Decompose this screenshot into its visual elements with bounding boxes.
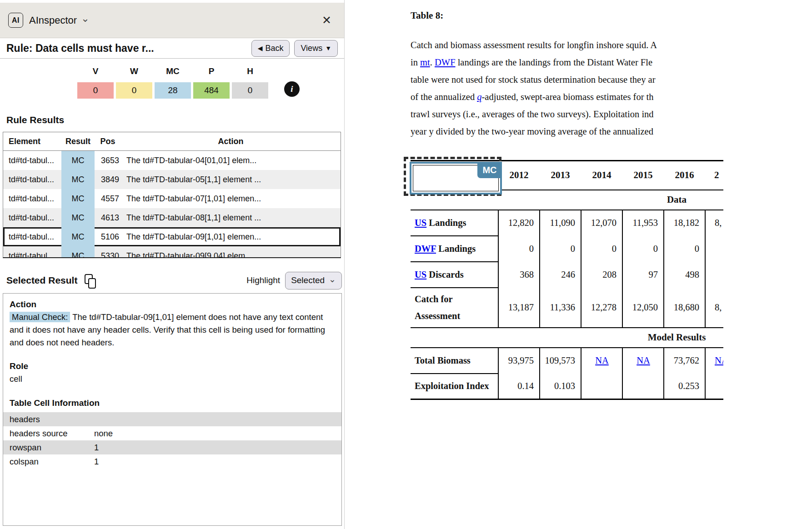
assessment-table-wrap: 201220132014201520162DataUS Landings12,8… [411,160,723,400]
year-header-cell: 2013 [540,161,581,190]
row-element: td#td-tabul... [3,151,61,170]
app-title: AInspector [29,15,77,26]
cell-info-row: headers sourcenone [3,426,341,440]
doc-text: of the annualized [411,92,477,102]
document-content: Table 8: Catch and biomass assessment re… [411,0,723,529]
cell-info-label: rowspan [10,440,94,454]
row-pos: 5106 [95,227,121,246]
row-pos: 5330 [95,246,121,258]
doc-link[interactable]: US [415,218,426,228]
doc-text: . [430,57,435,67]
document-pane: Table 8: Catch and biomass assessment re… [345,0,812,529]
doc-text: year y divided by the two-year moving av… [411,126,653,136]
doc-text: Exploitation Index [415,381,489,391]
doc-text: Catch and biomass assessment results for… [411,40,657,50]
paragraph-line: in mt. DWF landings are the landings fro… [411,54,723,71]
selected-result-details: Action Manual Check: The td#TD-tabular-0… [3,293,342,526]
value-cell: 498 [664,262,705,288]
table-row: DWF Landings00000 [411,236,723,262]
table-row[interactable]: td#td-tabul...MC4557The td#TD-tabular-07… [3,189,341,208]
row-pos: 3653 [95,151,121,170]
year-header-cell: 2014 [581,161,622,190]
cell-info-value: 1 [94,440,99,454]
back-button-label: Back [265,44,283,53]
copy-icon[interactable] [84,274,96,289]
chevron-down-icon[interactable]: ⌄ [81,13,89,25]
section-label-spacer [411,328,498,348]
summary-label: MC [155,66,191,78]
row-action: The td#TD-tabular-04[01,01] elem... [121,151,341,170]
table-row[interactable]: td#td-tabul...MC4613The td#TD-tabular-08… [3,208,341,227]
cell-info-value: 1 [94,454,99,469]
doc-link[interactable]: NA [595,355,609,365]
table-row[interactable]: td#td-tabul...MC5330The td#TD-tabular-09… [3,246,341,258]
col-header-result: Result [61,137,95,146]
highlight-select[interactable]: Selected ⌄ [285,272,342,289]
row-element: td#td-tabul... [3,246,61,258]
app-header: AI AInspector ⌄ ✕ [0,3,344,38]
selected-result-row: Selected Result Highlight Selected ⌄ [6,271,342,289]
table-row[interactable]: td#td-tabul...MC5106The td#TD-tabular-09… [3,227,341,246]
cell-info-list: headersheaders sourcenonerowspan1colspan… [3,412,341,469]
doc-text: in [411,57,420,67]
views-button[interactable]: Views ▼ [294,40,338,57]
action-text: Manual Check: The td#TD-tabular-09[1,01]… [10,311,335,349]
table-row[interactable]: td#td-tabul...MC3653The td#TD-tabular-04… [3,151,341,170]
cell-info-row: colspan1 [3,454,341,469]
doc-link[interactable]: DWF [435,57,456,67]
copy-icon-front [88,278,96,289]
section-header-cell: Model Results [498,328,723,348]
rule-results-header-row: Element Result Pos Action [3,132,341,151]
doc-link[interactable]: US [415,269,426,279]
doc-text: landings are the landings from the Dista… [456,57,653,67]
row-element: td#td-tabul... [3,208,61,227]
table-row: Catch for Assessment13,18711,33612,27812… [411,288,723,328]
rule-results-table: Element Result Pos Action td#td-tabul...… [3,132,341,258]
summary-value: 0 [116,82,152,99]
close-icon[interactable]: ✕ [322,14,331,27]
doc-link[interactable]: DWF [415,244,436,254]
action-heading: Action [10,298,335,311]
value-cell: 208 [581,262,622,288]
col-header-pos: Pos [95,137,121,146]
paragraph-line: trawl surveys (i.e., averages of the two… [411,105,723,123]
back-arrow-icon: ◀ [258,45,263,52]
value-cell: 12,820 [498,210,540,236]
assessment-table: 201220132014201520162DataUS Landings12,8… [411,160,723,400]
doc-link[interactable]: q [477,92,481,102]
value-cell [705,374,723,399]
doc-link[interactable]: NA [715,355,723,365]
row-label-cell: US Discards [411,262,498,288]
back-button[interactable]: ◀ Back [251,40,290,57]
rule-results-heading: Rule Results [6,115,64,125]
value-cell [705,262,723,288]
info-icon[interactable]: i [284,81,300,97]
value-cell: 97 [622,262,664,288]
table-row[interactable]: td#td-tabul...MC3849The td#TD-tabular-05… [3,170,341,189]
row-action: The td#TD-tabular-09[9,04] elem... [121,246,341,258]
value-cell: 0 [581,236,622,262]
ainspector-panel: AI AInspector ⌄ ✕ Rule: Data cells must … [0,0,345,529]
year-header-cell: 2 [705,161,723,190]
summary-value: 0 [77,82,114,99]
table-row: Total Biomass93,975109,573NANA73,762NA [411,348,723,374]
summary-v: V0 [77,66,114,99]
mc-result-badge: MC [477,162,502,178]
row-element: td#td-tabul... [3,189,61,208]
dropdown-triangle-icon: ▼ [325,45,331,52]
cell-info-label: headers [10,412,94,426]
row-result: MC [61,170,95,189]
doc-link[interactable]: NA [637,355,650,365]
section-header-row: Model Results [411,328,723,348]
row-action: The td#TD-tabular-09[1,01] elemen... [121,227,341,246]
cell-info-value: none [94,426,113,440]
row-element: td#td-tabul... [3,227,61,246]
doc-link[interactable]: mt [420,57,430,67]
value-cell: 12,050 [622,288,664,328]
highlight-select-value: Selected [291,275,325,285]
doc-text: Total Biomass [415,355,471,365]
ainspector-logo-icon: AI [8,13,23,28]
value-cell: 11,953 [622,210,664,236]
summary-h: H0 [232,66,268,99]
value-cell: 8, [705,210,723,236]
